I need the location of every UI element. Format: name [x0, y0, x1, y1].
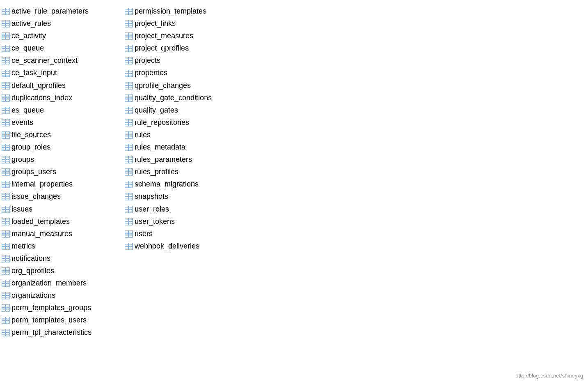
item-label: ce_queue [11, 43, 44, 53]
list-item[interactable]: users [123, 228, 246, 240]
table-icon [2, 20, 10, 27]
item-label: issue_changes [11, 191, 61, 202]
main-layout: active_rule_parameters active_rules ce_a… [0, 3, 588, 339]
list-item[interactable]: duplications_index [0, 92, 123, 104]
list-item[interactable]: user_tokens [123, 215, 246, 228]
table-icon [2, 180, 10, 188]
item-label: schema_migrations [135, 179, 199, 189]
item-label: perm_templates_groups [11, 302, 91, 313]
list-item[interactable]: rules_parameters [123, 153, 246, 166]
list-item[interactable]: ce_activity [0, 30, 123, 42]
table-icon [2, 7, 10, 15]
item-label: quality_gate_conditions [135, 92, 212, 103]
list-item[interactable]: es_queue [0, 104, 123, 116]
item-label: default_qprofiles [11, 80, 66, 91]
item-label: user_tokens [135, 216, 175, 227]
table-icon [125, 242, 133, 250]
table-icon [125, 205, 133, 213]
item-label: groups_users [11, 166, 56, 177]
item-label: events [11, 117, 33, 128]
table-icon [2, 44, 10, 52]
item-label: metrics [11, 241, 35, 251]
item-label: ce_activity [11, 30, 46, 41]
item-label: rules_metadata [135, 142, 185, 152]
table-icon [125, 44, 133, 52]
item-label: permission_templates [135, 6, 206, 16]
item-label: es_queue [11, 105, 44, 115]
list-item[interactable]: project_qprofiles [123, 42, 246, 54]
list-item[interactable]: ce_scanner_context [0, 54, 123, 67]
list-item[interactable]: quality_gates [123, 104, 246, 116]
table-icon [125, 32, 133, 39]
list-item[interactable]: organization_members [0, 277, 123, 289]
footer-url: http://blog.csdn.net/shineyxg [515, 373, 583, 379]
table-icon [2, 218, 10, 225]
list-item[interactable]: rules [123, 129, 246, 141]
list-item[interactable]: group_roles [0, 141, 123, 153]
item-label: issues [11, 204, 32, 214]
list-item[interactable]: metrics [0, 240, 123, 252]
list-item[interactable]: groups [0, 153, 123, 166]
list-item[interactable]: qprofile_changes [123, 79, 246, 92]
list-item[interactable]: permission_templates [123, 5, 246, 17]
list-item[interactable]: events [0, 116, 123, 129]
list-item[interactable]: loaded_templates [0, 215, 123, 228]
list-item[interactable]: notifications [0, 252, 123, 265]
item-label: notifications [11, 253, 50, 264]
item-label: ce_scanner_context [11, 55, 78, 66]
item-label: users [135, 228, 153, 239]
item-label: projects [135, 55, 160, 66]
list-item[interactable]: organizations [0, 289, 123, 301]
list-item[interactable]: internal_properties [0, 178, 123, 190]
table-icon [125, 7, 133, 15]
list-item[interactable]: active_rules [0, 17, 123, 30]
list-item[interactable]: properties [123, 67, 246, 79]
list-item[interactable]: active_rule_parameters [0, 5, 123, 17]
table-icon [2, 242, 10, 250]
list-item[interactable]: ce_queue [0, 42, 123, 54]
list-item[interactable]: perm_templates_groups [0, 301, 123, 314]
list-item[interactable]: projects [123, 54, 246, 67]
item-label: properties [135, 67, 167, 78]
item-label: duplications_index [11, 92, 72, 103]
item-label: snapshots [135, 191, 168, 202]
item-label: org_qprofiles [11, 265, 54, 276]
item-label: file_sources [11, 129, 51, 140]
list-item[interactable]: rules_metadata [123, 141, 246, 153]
list-item[interactable]: webhook_deliveries [123, 240, 246, 252]
list-item[interactable]: perm_tpl_characteristics [0, 326, 123, 338]
list-item[interactable]: issue_changes [0, 190, 123, 203]
column-0: active_rule_parameters active_rules ce_a… [0, 5, 123, 339]
table-icon [2, 156, 10, 163]
list-item[interactable]: issues [0, 203, 123, 215]
list-item[interactable]: snapshots [123, 190, 246, 203]
list-item[interactable]: groups_users [0, 166, 123, 178]
table-icon [2, 316, 10, 324]
table-icon [125, 143, 133, 151]
table-icon [125, 106, 133, 114]
list-item[interactable]: project_links [123, 17, 246, 30]
table-icon [2, 119, 10, 126]
list-item[interactable]: schema_migrations [123, 178, 246, 190]
table-icon [2, 329, 10, 336]
list-item[interactable]: project_measures [123, 30, 246, 42]
list-item[interactable]: file_sources [0, 129, 123, 141]
list-item[interactable]: rules_profiles [123, 166, 246, 178]
item-label: rules [135, 129, 151, 140]
item-label: group_roles [11, 142, 50, 152]
list-item[interactable]: perm_templates_users [0, 314, 123, 326]
item-label: organizations [11, 290, 55, 301]
list-item[interactable]: rule_repositories [123, 116, 246, 129]
list-item[interactable]: ce_task_input [0, 67, 123, 79]
item-label: groups [11, 154, 34, 165]
table-icon [2, 131, 10, 138]
table-icon [2, 168, 10, 175]
table-icon [2, 255, 10, 262]
list-item[interactable]: quality_gate_conditions [123, 92, 246, 104]
table-icon [125, 230, 133, 237]
list-item[interactable]: default_qprofiles [0, 79, 123, 92]
item-label: perm_templates_users [11, 315, 87, 325]
list-item[interactable]: org_qprofiles [0, 265, 123, 277]
list-item[interactable]: user_roles [123, 203, 246, 215]
list-item[interactable]: manual_measures [0, 228, 123, 240]
